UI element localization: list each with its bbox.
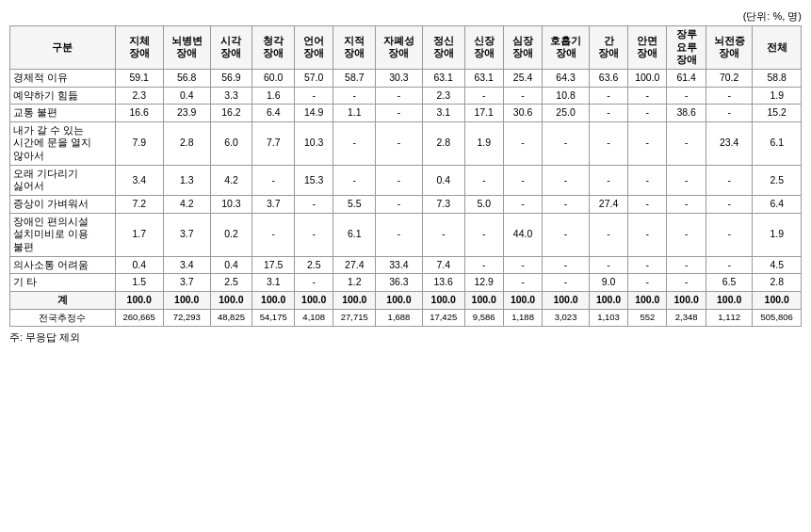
- cell-value: 7.4: [422, 256, 464, 274]
- cell-value: 4.2: [210, 165, 252, 195]
- cell-value: -: [464, 87, 503, 105]
- cell-value: 2,348: [667, 309, 706, 326]
- table-row: 계100.0100.0100.0100.0100.0100.0100.0100.…: [10, 291, 802, 309]
- cell-value: 100.0: [667, 291, 706, 309]
- cell-value: 56.9: [210, 69, 252, 87]
- cell-value: 17.5: [252, 256, 295, 274]
- cell-value: 56.8: [163, 69, 210, 87]
- col-header-3: 청각장애: [252, 26, 295, 70]
- col-header-7: 정신장애: [422, 26, 464, 70]
- cell-value: 6.0: [210, 121, 252, 165]
- note-text: 주: 무응답 제외: [9, 330, 802, 345]
- col-header-13: 장루요루장애: [667, 26, 706, 70]
- cell-value: 100.0: [628, 69, 667, 87]
- cell-value: 63.1: [464, 69, 503, 87]
- cell-value: 3.1: [422, 105, 464, 122]
- table-header-row: 구분 지체장애 뇌병변장애 시각장애 청각장애 언어장애 지적장애 자폐성장애 …: [10, 26, 802, 70]
- cell-value: -: [628, 256, 667, 274]
- cell-value: 1.1: [333, 105, 376, 122]
- cell-value: -: [628, 196, 667, 214]
- cell-value: 36.3: [376, 274, 423, 292]
- cell-value: 3.4: [115, 165, 163, 195]
- cell-value: 12.9: [464, 274, 503, 292]
- cell-value: 7.9: [115, 121, 163, 165]
- col-header-5: 지적장애: [333, 26, 376, 70]
- cell-value: 3.4: [163, 256, 210, 274]
- cell-value: -: [252, 213, 295, 256]
- cell-value: -: [333, 165, 376, 195]
- row-label: 장애인 편의시설 설치미비로 이용 불편: [10, 213, 116, 256]
- cell-value: 7.2: [115, 196, 163, 214]
- col-header-10: 호흡기장애: [543, 26, 590, 70]
- col-header-11: 간장애: [589, 26, 627, 70]
- cell-value: 100.0: [589, 291, 627, 309]
- cell-value: -: [667, 213, 706, 256]
- cell-value: 3.3: [210, 87, 252, 105]
- cell-value: -: [333, 121, 376, 165]
- cell-value: -: [295, 213, 333, 256]
- statistics-table: 구분 지체장애 뇌병변장애 시각장애 청각장애 언어장애 지적장애 자폐성장애 …: [9, 25, 802, 327]
- col-header-12: 안면장애: [628, 26, 667, 70]
- cell-value: 100.0: [543, 291, 590, 309]
- cell-value: 1.3: [163, 165, 210, 195]
- cell-value: 70.2: [706, 69, 753, 87]
- cell-value: 60.0: [252, 69, 295, 87]
- cell-value: -: [667, 87, 706, 105]
- row-label: 의사소통 어려움: [10, 256, 116, 274]
- cell-value: -: [543, 213, 590, 256]
- cell-value: 0.4: [422, 165, 464, 195]
- row-label: 계: [10, 291, 116, 309]
- cell-value: -: [543, 196, 590, 214]
- cell-value: -: [628, 87, 667, 105]
- cell-value: 100.0: [753, 291, 802, 309]
- cell-value: 3,023: [543, 309, 590, 326]
- cell-value: 4,108: [295, 309, 333, 326]
- cell-value: 61.4: [667, 69, 706, 87]
- cell-value: 100.0: [628, 291, 667, 309]
- cell-value: 0.4: [210, 256, 252, 274]
- cell-value: 7.3: [422, 196, 464, 214]
- cell-value: 3.7: [252, 196, 295, 214]
- cell-value: 100.0: [210, 291, 252, 309]
- cell-value: 2.5: [295, 256, 333, 274]
- cell-value: 1.2: [333, 274, 376, 292]
- cell-value: 23.9: [163, 105, 210, 122]
- cell-value: 57.0: [295, 69, 333, 87]
- cell-value: 9.0: [589, 274, 627, 292]
- cell-value: 33.4: [376, 256, 423, 274]
- table-row: 내가 갈 수 있는 시간에 문을 열지 않아서7.92.86.07.710.3-…: [10, 121, 802, 165]
- cell-value: 1.7: [115, 213, 163, 256]
- cell-value: 27.4: [333, 256, 376, 274]
- col-header-1: 뇌병변장애: [163, 26, 210, 70]
- cell-value: -: [589, 165, 627, 195]
- cell-value: 100.0: [503, 291, 542, 309]
- cell-value: 2.8: [163, 121, 210, 165]
- cell-value: -: [628, 213, 667, 256]
- cell-value: 3.7: [163, 213, 210, 256]
- col-header-8: 신장장애: [464, 26, 503, 70]
- row-label: 예약하기 힘듦: [10, 87, 116, 105]
- cell-value: -: [706, 196, 753, 214]
- cell-value: 2.3: [422, 87, 464, 105]
- cell-value: 1,103: [589, 309, 627, 326]
- cell-value: 100.0: [376, 291, 423, 309]
- row-label: 오래 기다리기 싫어서: [10, 165, 116, 195]
- cell-value: 552: [628, 309, 667, 326]
- cell-value: 10.3: [210, 196, 252, 214]
- cell-value: 100.0: [295, 291, 333, 309]
- cell-value: 2.8: [753, 274, 802, 292]
- cell-value: -: [628, 105, 667, 122]
- col-header-2: 시각장애: [210, 26, 252, 70]
- cell-value: -: [376, 165, 423, 195]
- cell-value: 0.4: [115, 256, 163, 274]
- cell-value: 0.2: [210, 213, 252, 256]
- cell-value: -: [376, 87, 423, 105]
- cell-value: 14.9: [295, 105, 333, 122]
- cell-value: -: [376, 213, 423, 256]
- cell-value: 16.6: [115, 105, 163, 122]
- cell-value: -: [422, 213, 464, 256]
- cell-value: -: [503, 121, 542, 165]
- cell-value: -: [706, 87, 753, 105]
- row-label: 내가 갈 수 있는 시간에 문을 열지 않아서: [10, 121, 116, 165]
- table-row: 의사소통 어려움0.43.40.417.52.527.433.47.4-----…: [10, 256, 802, 274]
